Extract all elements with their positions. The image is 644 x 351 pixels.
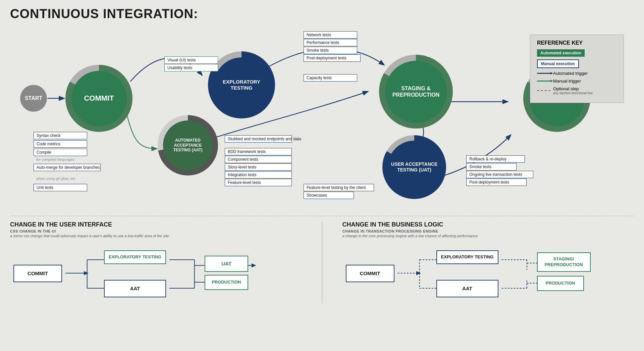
auto-merge-label: Auto-merge for developer branches [34,164,101,171]
compile-label: Compile [34,149,87,156]
manual-box: Manual execution [537,59,579,68]
aat-circle: AUTOMATED ACCEPTANCE TESTING (AAT) [158,115,218,176]
visual-tests-label: Visual (UI) tests [164,56,218,64]
br-staging-box: STAGING/ PREPRODUCTION [537,252,591,272]
automated-box: Automated execution [537,49,585,57]
bottom-right-title: CHANGE IN THE BUSINESS LOGIC [342,221,634,228]
reference-key: REFERENCE KEY Automated execution Manual… [530,35,624,103]
bottom-left-desc: a mirror css change that could adversely… [10,234,302,238]
section-divider [322,221,322,303]
optional-line [537,90,550,91]
ref-key-title: REFERENCE KEY [537,40,617,46]
usability-tests-label: Usability tests [164,64,218,71]
bl-production-box: PRODUCTION [205,275,248,290]
staging-circle: STAGING & PREPRODUCTION [379,55,453,129]
top-section: START COMMIT EXPLORATORY TESTING AUTOMAT… [10,24,634,212]
bottom-left-subtitle: CSS CHANGE IN THE UI [10,229,302,233]
bl-uat-box: UAT [205,256,248,272]
compiled-languages-label: for compiled languages [34,156,94,162]
feature-client-label: Feature-level testing by the client [304,184,374,191]
bottom-right: CHANGE IN THE BUSINESS LOGIC CHANGE IN T… [342,221,634,303]
smoke-tests-label: Smoke tests [304,47,357,54]
performance-tests-label: Performance tests [304,39,357,46]
ref-manual: Manual execution [537,59,617,68]
integration-label: Integration tests [225,171,292,179]
br-production-box: PRODUCTION [537,276,584,291]
bl-aat-box: AAT [104,280,166,297]
uat-circle: USER ACCEPTANCE TESTING (UAT) [382,135,446,199]
br-exploratory-box: EXPLORATORY TESTING [436,250,498,264]
bdd-label: BDD framework tests [225,148,292,155]
rollback-label: Rollback & re-deploy [466,155,525,163]
commit-circle: COMMIT [65,65,132,132]
story-level-label: Story-level tests [225,163,292,171]
syntax-check-label: Syntax check [34,132,87,139]
main-title: CONTINUOUS INTEGRATION: [10,7,634,21]
br-aat-box: AAT [436,280,498,297]
network-tests-label: Network tests [304,31,357,39]
ref-auto-trigger: Automated trigger [537,71,617,76]
auto-trigger-line [537,73,550,74]
ref-automated: Automated execution [537,49,617,57]
feature-level-label: Feature-level tests [225,179,292,186]
exploratory-circle: EXPLORATORY TESTING [208,51,275,118]
stubbed-label: Stubbed and mocked endpoints and data [225,135,292,143]
br-commit-box: COMMIT [346,265,394,282]
manual-trigger-line [537,81,550,82]
bl-commit-box: COMMIT [13,265,62,282]
smoke-tests2-label: Smoke tests [466,163,517,170]
ref-manual-trigger: Manual trigger [537,79,617,84]
capacity-tests-label: Capacity tests [304,74,357,82]
bottom-right-subtitle: CHANGE IN TRANSACTION PROCESSING ENGINE [342,229,634,233]
component-label: Component tests [225,156,292,163]
bottom-left-flow: COMMIT EXPLORATORY TESTING AAT UAT PRODU… [10,243,302,303]
post-deployment-label: Post-deployment tests [304,54,361,62]
git-glow-label: when using git glow, etc. [34,176,101,182]
code-metrics-label: Code metrics [34,140,87,148]
post-deploy2-label: Post-deployment tests [466,179,527,186]
bottom-right-desc: a change in the core processing engine w… [342,234,634,238]
bottom-left: CHANGE IN THE USER INTERFACE CSS CHANGE … [10,221,302,303]
ongoing-label: Ongoing live transaction tests [466,171,533,178]
unit-tests-label: Unit tests [34,184,87,191]
bottom-right-flow: COMMIT EXPLORATORY TESTING AAT STAGING/ … [342,243,634,303]
showcases-label: Showcases [304,192,354,199]
ref-optional: Optional step any dashed directional lin… [537,86,617,95]
bottom-section: CHANGE IN THE USER INTERFACE CSS CHANGE … [10,216,634,303]
bottom-left-title: CHANGE IN THE USER INTERFACE [10,221,302,228]
bl-exploratory-box: EXPLORATORY TESTING [104,250,166,264]
page-container: CONTINUOUS INTEGRATION: [0,0,644,351]
start-node: START [20,85,47,112]
